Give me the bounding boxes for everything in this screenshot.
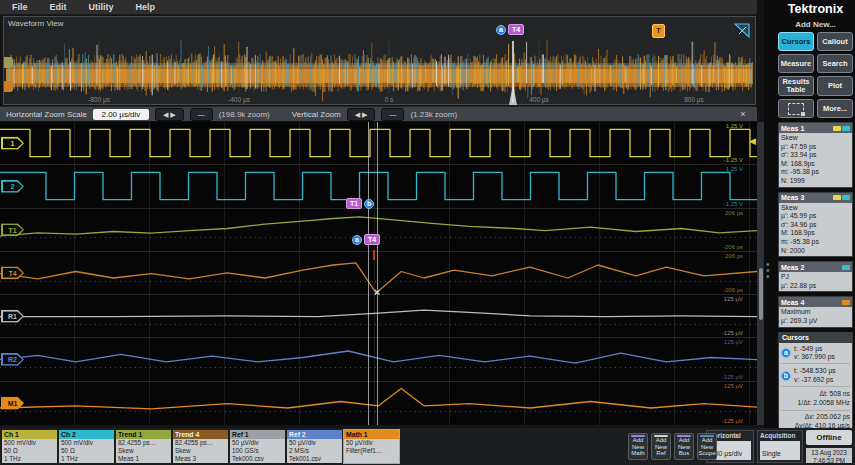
measure-button[interactable]: Measure (778, 54, 814, 73)
measurement-badge-meas2[interactable]: Meas 2PJµ': 22.88 ps (778, 261, 853, 292)
channel-badge-header: Ref 1 (230, 430, 285, 439)
cursor-b-badges[interactable]: T1 b (346, 198, 374, 209)
add-new-scope-button[interactable]: AddNewScope (697, 433, 717, 460)
measurement-value-line: PJ (781, 273, 850, 282)
measurement-values: Skewµ': 45.99 psσ': 34.96 psM: 168.9psm:… (779, 203, 852, 257)
cursor-b-line[interactable] (377, 122, 378, 425)
measurement-badge-header: Meas 1 (779, 123, 852, 133)
cursor-a-line[interactable] (368, 122, 369, 425)
channel-setting-line: 82.4255 ps… (118, 439, 169, 447)
channel-badge-ch1[interactable]: Ch 1500 mV/div50 Ω1 THz (2, 430, 57, 463)
cursor-value-line: v: -37.692 ps (794, 376, 850, 384)
waveform-view[interactable]: T1 b a T4 × 11.25 V-1.25 V◀21.25 V-1.25 … (0, 122, 757, 425)
plot-button[interactable]: Plot (817, 76, 853, 96)
channel-handle-label: 2 (3, 181, 23, 191)
add-new-bus-button[interactable]: AddNewBus (674, 433, 694, 460)
waveform-slice-trend1[interactable]: T1206 ps-206 ps (0, 209, 757, 252)
date-text: 13 Aug 2023 (811, 449, 846, 456)
results-table-button[interactable]: Results Table (778, 76, 814, 96)
draw-a-box-icon (788, 103, 804, 115)
cursor-readout-values: t: -548.530 µsv: -37.692 ps (794, 367, 850, 384)
waveview-scrollbar[interactable] (757, 122, 764, 425)
channel-badge-settings: 82.4255 ps…SkewMeas 1 (116, 439, 171, 463)
menu-edit[interactable]: Edit (50, 2, 67, 12)
channel-badge-trend1[interactable]: Trend 182.4255 ps…SkewMeas 1 (116, 430, 171, 463)
cursor-source-badge[interactable]: T4 (508, 24, 524, 35)
cursors-results-panel[interactable]: Cursors at: -549 µsv: 367.990 psbt: -548… (778, 332, 853, 434)
cursor-intersection-marker[interactable]: × (374, 286, 380, 298)
menu-utility[interactable]: Utility (89, 2, 114, 12)
cursor-a-source-badge[interactable]: T4 (364, 234, 380, 245)
trigger-level-arrow[interactable]: ◀ (749, 136, 756, 146)
zoom-close-icon[interactable]: × (737, 109, 749, 119)
channel-badge-ref1[interactable]: Ref 150 µV/div100 GS/sTek000.csv (230, 430, 285, 463)
vertical-zoom-nav-button[interactable]: ◀ ▶ (347, 108, 376, 121)
search-button[interactable]: Search (817, 54, 853, 73)
channel-setting-line: Skew (118, 447, 169, 455)
horizontal-zoom-scale-input[interactable]: 2.00 µs/div (93, 109, 149, 120)
channel-badge-ch2[interactable]: Ch 2500 mV/div50 Ω1 THz (59, 430, 114, 463)
add-new-ref-button[interactable]: AddNewRef (651, 433, 671, 460)
overview-math-tab[interactable] (4, 81, 13, 92)
scale-label-bottom: -1.25 V (724, 201, 743, 207)
source-color-chip (842, 126, 850, 131)
waveform-trace-ref2 (0, 338, 757, 381)
waveform-slice-ch2[interactable]: 21.25 V-1.25 V (0, 165, 757, 208)
callout-button[interactable]: Callout (817, 32, 853, 51)
scrollbar-thumb[interactable] (759, 268, 763, 320)
measurement-value-line: Skew (781, 134, 850, 143)
menu-bar: FileEditUtilityHelp (0, 0, 757, 15)
vertical-zoom-label: Vertical Zoom (292, 110, 341, 119)
scale-label-bottom: -1.25 V (724, 157, 743, 163)
channel-badge-math1[interactable]: Math 150 µV/divFilter(Ref1… (344, 430, 399, 463)
mask-button[interactable] (778, 99, 814, 118)
channel-setting-line: 500 mV/div (61, 439, 112, 447)
channel-badge-header: Trend 4 (173, 430, 228, 439)
waveform-slice-ch1[interactable]: 11.25 V-1.25 V◀ (0, 122, 757, 165)
overview-ch1-tab[interactable] (4, 57, 13, 68)
waveform-slice-ref1[interactable]: R1125 µV-125 µV (0, 295, 757, 338)
waveform-slice-math1[interactable]: M1125 µV-125 µV (0, 382, 757, 425)
cursor-a-badges[interactable]: a T4 (352, 234, 380, 245)
menu-help[interactable]: Help (136, 2, 156, 12)
more-button[interactable]: More... (817, 99, 853, 118)
cursor-readout-row: bt: -548.530 µsv: -37.692 ps (781, 367, 850, 387)
cursor-a-handle[interactable]: a (496, 25, 506, 35)
measurement-marker (373, 250, 375, 260)
source-color-chip (833, 195, 841, 200)
cursors-button[interactable]: Cursors (778, 32, 814, 51)
measurement-badge-meas3[interactable]: Meas 3Skewµ': 45.99 psσ': 34.96 psM: 168… (778, 192, 853, 258)
channel-badge-settings: 50 µV/div100 GS/sTek000.csv (230, 439, 285, 463)
sidebar-splitter-handle[interactable]: ••• (766, 262, 770, 280)
acquisition-panel[interactable]: Acquisition Single (757, 430, 803, 463)
channel-badge-header: Ch 2 (59, 430, 114, 439)
menu-file[interactable]: File (12, 2, 28, 12)
scale-label-bottom: -125 µV (722, 374, 743, 380)
trigger-position-flag[interactable]: T (652, 24, 665, 38)
offline-button[interactable]: Offline (806, 430, 852, 445)
channel-badge-ref2[interactable]: Ref 250 µV/div2 MS/sTek001.csv (287, 430, 342, 463)
cursor-b-handle[interactable]: b (364, 199, 374, 209)
measurement-badge-meas4[interactable]: Meas 4Maximumµ': 269.3 µV (778, 296, 853, 327)
waveform-overview-panel[interactable]: Waveform View a T4 T -800 µs-400 µs0 s40… (3, 16, 756, 105)
channel-badge-title: Math 1 (346, 431, 368, 438)
waveform-slice-ref2[interactable]: R2125 µV-125 µV (0, 338, 757, 381)
waveform-trace-trend1 (0, 209, 757, 252)
cursor-b-icon: b (781, 371, 791, 381)
cursor-b-source-badge[interactable]: T1 (346, 198, 362, 209)
horizontal-zoom-nav-button[interactable]: ◀ ▶ (155, 108, 184, 121)
waveform-trace-ch2 (0, 165, 757, 208)
time-text: 7:46:53 PM (813, 457, 845, 464)
measurement-title: Meas 1 (781, 125, 832, 132)
vertical-zoom-collapse-button[interactable]: — (381, 108, 404, 121)
overview-tick-label: 400 µs (529, 96, 549, 103)
horizontal-zoom-collapse-button[interactable]: — (190, 108, 213, 121)
channel-setting-line: 82.4255 ps… (175, 439, 226, 447)
overview-cursor-badges[interactable]: a T4 (496, 24, 524, 35)
add-new-math-button[interactable]: AddNewMath (628, 433, 648, 460)
trigger-slope-icon[interactable] (734, 23, 750, 38)
cursor-a-handle-main[interactable]: a (352, 235, 362, 245)
waveform-trace-ref1 (0, 295, 757, 338)
channel-badge-trend4[interactable]: Trend 482.4255 ps…SkewMeas 3 (173, 430, 228, 463)
measurement-badge-meas1[interactable]: Meas 1Skewµ': 47.59 psσ': 33.94 psM: 168… (778, 122, 853, 188)
